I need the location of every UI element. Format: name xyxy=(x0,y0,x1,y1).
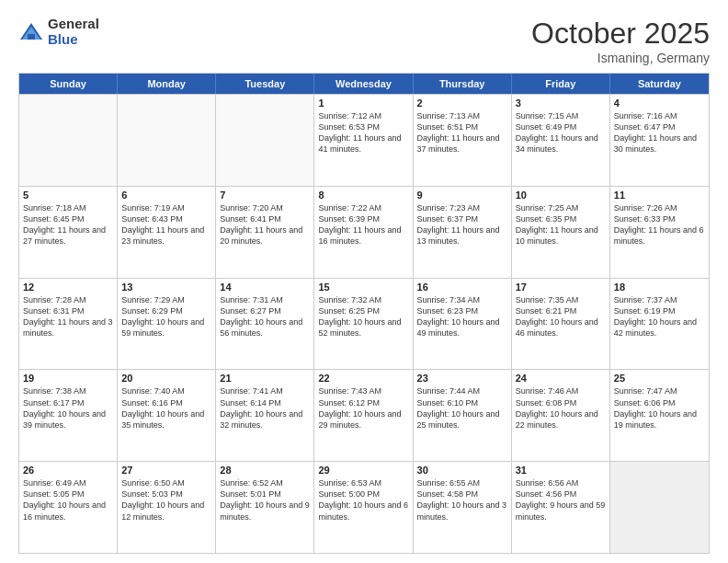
calendar-cell xyxy=(19,95,118,186)
day-number: 9 xyxy=(417,190,507,201)
cell-sun-info: Sunrise: 6:56 AM Sunset: 4:56 PM Dayligh… xyxy=(516,477,606,523)
cell-sun-info: Sunrise: 7:12 AM Sunset: 6:53 PM Dayligh… xyxy=(318,110,408,155)
cell-sun-info: Sunrise: 7:22 AM Sunset: 6:39 PM Dayligh… xyxy=(318,202,408,247)
day-number: 7 xyxy=(220,190,310,201)
calendar-cell: 20Sunrise: 7:40 AM Sunset: 6:16 PM Dayli… xyxy=(118,370,216,461)
day-number: 15 xyxy=(318,282,408,293)
day-number: 8 xyxy=(318,190,408,201)
cell-sun-info: Sunrise: 7:29 AM Sunset: 6:29 PM Dayligh… xyxy=(121,294,211,339)
calendar-cell: 8Sunrise: 7:22 AM Sunset: 6:39 PM Daylig… xyxy=(314,187,413,278)
calendar-cell: 4Sunrise: 7:16 AM Sunset: 6:47 PM Daylig… xyxy=(610,95,709,186)
day-number: 6 xyxy=(121,190,211,201)
cell-sun-info: Sunrise: 6:49 AM Sunset: 5:05 PM Dayligh… xyxy=(23,477,113,523)
cell-sun-info: Sunrise: 6:50 AM Sunset: 5:03 PM Dayligh… xyxy=(121,477,211,523)
day-number: 13 xyxy=(121,282,211,293)
cell-sun-info: Sunrise: 7:25 AM Sunset: 6:35 PM Dayligh… xyxy=(516,202,606,247)
cell-sun-info: Sunrise: 7:32 AM Sunset: 6:25 PM Dayligh… xyxy=(318,294,408,339)
calendar-cell: 10Sunrise: 7:25 AM Sunset: 6:35 PM Dayli… xyxy=(512,187,610,278)
calendar-cell: 17Sunrise: 7:35 AM Sunset: 6:21 PM Dayli… xyxy=(512,279,610,370)
calendar-cell: 29Sunrise: 6:53 AM Sunset: 5:00 PM Dayli… xyxy=(314,462,413,553)
calendar-cell xyxy=(610,462,709,553)
day-number: 19 xyxy=(23,373,113,384)
cell-sun-info: Sunrise: 7:46 AM Sunset: 6:08 PM Dayligh… xyxy=(516,385,606,431)
logo-icon xyxy=(18,19,44,45)
calendar-cell: 31Sunrise: 6:56 AM Sunset: 4:56 PM Dayli… xyxy=(512,462,610,553)
calendar-cell: 23Sunrise: 7:44 AM Sunset: 6:10 PM Dayli… xyxy=(414,370,512,461)
day-number: 23 xyxy=(417,373,507,384)
calendar-row: 12Sunrise: 7:28 AM Sunset: 6:31 PM Dayli… xyxy=(19,278,709,370)
calendar-cell xyxy=(118,95,216,186)
cell-sun-info: Sunrise: 7:35 AM Sunset: 6:21 PM Dayligh… xyxy=(516,294,606,339)
cell-sun-info: Sunrise: 7:47 AM Sunset: 6:06 PM Dayligh… xyxy=(614,385,705,431)
day-number: 21 xyxy=(220,373,310,384)
day-number: 22 xyxy=(318,373,408,384)
calendar-cell: 28Sunrise: 6:52 AM Sunset: 5:01 PM Dayli… xyxy=(216,462,314,553)
month-title: October 2025 xyxy=(531,17,710,51)
cell-sun-info: Sunrise: 7:18 AM Sunset: 6:45 PM Dayligh… xyxy=(23,202,113,247)
calendar-cell: 14Sunrise: 7:31 AM Sunset: 6:27 PM Dayli… xyxy=(216,279,314,370)
calendar-cell: 15Sunrise: 7:32 AM Sunset: 6:25 PM Dayli… xyxy=(314,279,413,370)
day-number: 29 xyxy=(318,465,408,476)
svg-rect-2 xyxy=(28,34,35,40)
cell-sun-info: Sunrise: 7:34 AM Sunset: 6:23 PM Dayligh… xyxy=(417,294,507,339)
day-number: 2 xyxy=(417,98,507,109)
logo-general: General xyxy=(48,17,99,32)
calendar-cell: 24Sunrise: 7:46 AM Sunset: 6:08 PM Dayli… xyxy=(512,370,610,461)
cell-sun-info: Sunrise: 7:15 AM Sunset: 6:49 PM Dayligh… xyxy=(516,110,606,155)
day-number: 3 xyxy=(516,98,606,109)
calendar-cell: 12Sunrise: 7:28 AM Sunset: 6:31 PM Dayli… xyxy=(19,279,118,370)
day-number: 20 xyxy=(121,373,211,384)
calendar-cell: 18Sunrise: 7:37 AM Sunset: 6:19 PM Dayli… xyxy=(610,279,709,370)
calendar-cell: 5Sunrise: 7:18 AM Sunset: 6:45 PM Daylig… xyxy=(19,187,118,278)
calendar-cell: 9Sunrise: 7:23 AM Sunset: 6:37 PM Daylig… xyxy=(414,187,512,278)
weekday-header: Friday xyxy=(512,74,610,94)
cell-sun-info: Sunrise: 7:44 AM Sunset: 6:10 PM Dayligh… xyxy=(417,385,507,431)
day-number: 26 xyxy=(23,465,113,476)
logo-text: General Blue xyxy=(48,17,99,47)
day-number: 4 xyxy=(614,98,705,109)
weekday-header: Wednesday xyxy=(314,74,413,94)
cell-sun-info: Sunrise: 6:55 AM Sunset: 4:58 PM Dayligh… xyxy=(417,477,507,523)
title-section: October 2025 Ismaning, Germany xyxy=(531,17,710,65)
calendar-row: 1Sunrise: 7:12 AM Sunset: 6:53 PM Daylig… xyxy=(19,94,709,186)
calendar-cell: 1Sunrise: 7:12 AM Sunset: 6:53 PM Daylig… xyxy=(314,95,413,186)
day-number: 11 xyxy=(614,190,705,201)
cell-sun-info: Sunrise: 6:53 AM Sunset: 5:00 PM Dayligh… xyxy=(318,477,408,523)
weekday-header: Tuesday xyxy=(216,74,314,94)
cell-sun-info: Sunrise: 7:28 AM Sunset: 6:31 PM Dayligh… xyxy=(23,294,113,339)
cell-sun-info: Sunrise: 7:41 AM Sunset: 6:14 PM Dayligh… xyxy=(220,385,310,431)
cell-sun-info: Sunrise: 7:43 AM Sunset: 6:12 PM Dayligh… xyxy=(318,385,408,431)
day-number: 14 xyxy=(220,282,310,293)
cell-sun-info: Sunrise: 7:38 AM Sunset: 6:17 PM Dayligh… xyxy=(23,385,113,431)
calendar-row: 5Sunrise: 7:18 AM Sunset: 6:45 PM Daylig… xyxy=(19,186,709,278)
calendar: SundayMondayTuesdayWednesdayThursdayFrid… xyxy=(18,73,710,554)
cell-sun-info: Sunrise: 7:26 AM Sunset: 6:33 PM Dayligh… xyxy=(614,202,705,247)
calendar-cell: 16Sunrise: 7:34 AM Sunset: 6:23 PM Dayli… xyxy=(414,279,512,370)
calendar-header: SundayMondayTuesdayWednesdayThursdayFrid… xyxy=(19,74,709,94)
day-number: 10 xyxy=(516,190,606,201)
calendar-cell: 27Sunrise: 6:50 AM Sunset: 5:03 PM Dayli… xyxy=(118,462,216,553)
cell-sun-info: Sunrise: 7:19 AM Sunset: 6:43 PM Dayligh… xyxy=(121,202,211,247)
calendar-row: 26Sunrise: 6:49 AM Sunset: 5:05 PM Dayli… xyxy=(19,461,709,553)
cell-sun-info: Sunrise: 7:40 AM Sunset: 6:16 PM Dayligh… xyxy=(121,385,211,431)
day-number: 24 xyxy=(516,373,606,384)
calendar-cell: 21Sunrise: 7:41 AM Sunset: 6:14 PM Dayli… xyxy=(216,370,314,461)
cell-sun-info: Sunrise: 7:31 AM Sunset: 6:27 PM Dayligh… xyxy=(220,294,310,339)
day-number: 27 xyxy=(121,465,211,476)
calendar-cell xyxy=(216,95,314,186)
calendar-cell: 11Sunrise: 7:26 AM Sunset: 6:33 PM Dayli… xyxy=(610,187,709,278)
day-number: 25 xyxy=(614,373,705,384)
cell-sun-info: Sunrise: 7:13 AM Sunset: 6:51 PM Dayligh… xyxy=(417,110,507,155)
page-header: General Blue October 2025 Ismaning, Germ… xyxy=(18,17,710,65)
day-number: 16 xyxy=(417,282,507,293)
calendar-cell: 2Sunrise: 7:13 AM Sunset: 6:51 PM Daylig… xyxy=(414,95,512,186)
weekday-header: Thursday xyxy=(414,74,512,94)
cell-sun-info: Sunrise: 7:37 AM Sunset: 6:19 PM Dayligh… xyxy=(614,294,705,339)
calendar-cell: 3Sunrise: 7:15 AM Sunset: 6:49 PM Daylig… xyxy=(512,95,610,186)
calendar-cell: 7Sunrise: 7:20 AM Sunset: 6:41 PM Daylig… xyxy=(216,187,314,278)
calendar-body: 1Sunrise: 7:12 AM Sunset: 6:53 PM Daylig… xyxy=(19,94,709,553)
calendar-cell: 19Sunrise: 7:38 AM Sunset: 6:17 PM Dayli… xyxy=(19,370,118,461)
location: Ismaning, Germany xyxy=(531,51,710,65)
weekday-header: Sunday xyxy=(19,74,118,94)
day-number: 1 xyxy=(318,98,408,109)
